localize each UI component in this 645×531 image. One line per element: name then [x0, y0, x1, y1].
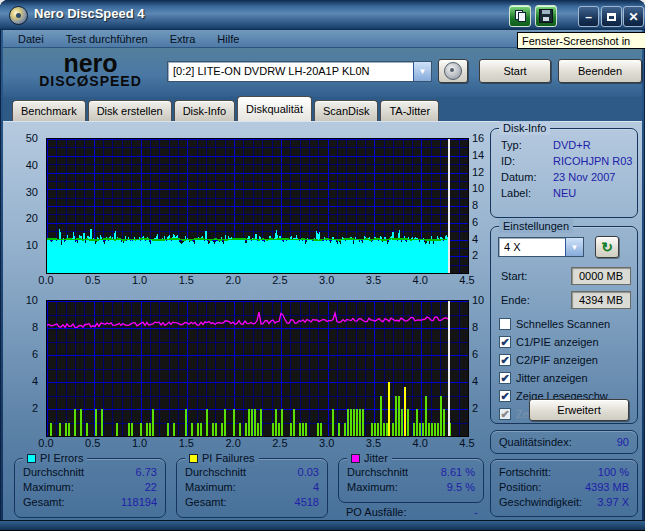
checkbox-c2-pif-anzeigen[interactable]: ✔C2/PIF anzeigen — [499, 353, 598, 367]
tab-scandisk[interactable]: ScanDisk — [314, 100, 378, 121]
jitter-stats-title: Jitter — [364, 451, 388, 465]
disk-info-title: Disk-Info — [499, 121, 550, 135]
po-failures-value: - — [474, 506, 478, 518]
start-field-row: Start: 0000 MB — [501, 267, 631, 285]
axis-tick-label: 4 — [472, 375, 478, 387]
quality-index-value: 90 — [617, 431, 629, 453]
close-button[interactable]: ✕ — [623, 6, 644, 27]
start-field[interactable]: 0000 MB — [571, 267, 631, 285]
tab-diskqualitaet[interactable]: Diskqualität — [237, 96, 312, 121]
axis-tick-label: 6 — [32, 348, 38, 360]
advanced-button[interactable]: Erweitert — [529, 399, 629, 421]
position-value: 4393 MB — [585, 480, 629, 495]
tab-ta-jitter[interactable]: TA-Jitter — [380, 100, 439, 121]
tab-benchmark[interactable]: Benchmark — [12, 100, 86, 121]
axis-tick-label: 10 — [472, 294, 484, 306]
eject-button[interactable] — [438, 59, 468, 83]
axis-tick-label: 10 — [26, 239, 38, 251]
tab-bar: Benchmark Disk erstellen Disk-Info Diskq… — [3, 97, 642, 121]
axis-tick-label: 2.0 — [225, 437, 240, 449]
checkbox-c1-pie-anzeigen[interactable]: ✔C1/PIE anzeigen — [499, 335, 599, 349]
save-screenshot-button[interactable] — [535, 5, 557, 27]
checkbox-icon — [499, 318, 511, 330]
axis-tick-label: 8 — [472, 199, 478, 211]
speed-select-value: 4 X — [499, 238, 565, 256]
minimize-button[interactable]: – — [578, 6, 599, 27]
checkbox-icon: ✔ — [499, 372, 511, 384]
app-window: Nero DiscSpeed 4 – ✕ Datei Test durchfüh… — [0, 0, 645, 531]
disk-info-label: ID: — [501, 155, 553, 167]
speed-label: Geschwindigkeit: — [499, 495, 582, 510]
axis-tick-label: 4.0 — [413, 274, 428, 286]
axis-tick-label: 10 — [26, 294, 38, 306]
disk-info-value: RICOHJPN R03 — [553, 155, 637, 167]
start-button[interactable]: Start — [479, 59, 551, 83]
axis-tick-label: 12 — [472, 166, 484, 178]
quit-button[interactable]: Beenden — [558, 59, 642, 83]
axis-tick-label: 1.5 — [179, 437, 194, 449]
menu-datei[interactable]: Datei — [18, 33, 44, 45]
axis-tick-label: 16 — [472, 132, 484, 144]
settings-title: Einstellungen — [499, 219, 573, 233]
tab-disk-erstellen[interactable]: Disk erstellen — [88, 100, 172, 121]
pi-failures-legend-icon — [189, 454, 198, 463]
copy-screenshot-button[interactable] — [509, 5, 531, 27]
axis-tick-label: 4.5 — [459, 274, 474, 286]
jitter-stats-panel: Jitter Durchschnitt8.61 % Maximum:9.5 % — [338, 458, 484, 503]
axis-tick-label: 2 — [472, 249, 478, 261]
checkbox-icon: ✔ — [499, 336, 511, 348]
axis-tick-label: 1.0 — [132, 437, 147, 449]
app-icon — [9, 6, 28, 25]
checkbox-jitter-anzeigen[interactable]: ✔Jitter anzeigen — [499, 371, 588, 385]
menu-extra[interactable]: Extra — [170, 33, 196, 45]
menu-test-durchfuehren[interactable]: Test durchführen — [66, 33, 148, 45]
quality-index-label: Qualitätsindex: — [499, 431, 572, 453]
axis-tick-label: 3.5 — [366, 437, 381, 449]
disc-icon: Ø — [77, 72, 90, 89]
axis-tick-label: 14 — [472, 149, 484, 161]
axis-tick-label: 4.5 — [459, 437, 474, 449]
close-icon: ✕ — [628, 10, 638, 24]
speed-select[interactable]: 4 X ▼ — [498, 237, 584, 257]
axis-tick-label: 40 — [26, 159, 38, 171]
axis-tick-label: 0.5 — [85, 274, 100, 286]
axis-tick-label: 0.0 — [38, 437, 53, 449]
menu-hilfe[interactable]: Hilfe — [217, 33, 239, 45]
copy-icon — [515, 10, 526, 22]
logo-discspeed-text: DISCØSPEED — [28, 74, 153, 88]
axis-tick-label: 0.5 — [85, 437, 100, 449]
eject-disc-icon — [444, 62, 462, 80]
axis-tick-label: 2.0 — [225, 274, 240, 286]
axis-tick-label: 4.0 — [413, 437, 428, 449]
drive-select[interactable]: [0:2] LITE-ON DVDRW LH-20A1P KL0N ▼ — [167, 61, 432, 82]
progress-value: 100 % — [598, 465, 629, 480]
quality-index-panel: Qualitätsindex: 90 — [490, 430, 638, 454]
axis-tick-label: 6 — [472, 216, 478, 228]
tab-disk-info[interactable]: Disk-Info — [174, 100, 235, 121]
position-label: Position: — [499, 480, 541, 495]
refresh-button[interactable]: ↻ — [595, 236, 619, 258]
nero-logo: nero DISCØSPEED — [28, 52, 153, 88]
axis-tick-label: 10 — [472, 182, 484, 194]
start-field-label: Start: — [501, 270, 527, 282]
settings-panel: Einstellungen 4 X ▼ ↻ Start: 0000 MB End… — [490, 226, 638, 424]
axis-tick-label: 0.0 — [38, 274, 53, 286]
checkbox-schnelles-scannen[interactable]: Schnelles Scannen — [499, 317, 610, 331]
po-failures-label: PO Ausfälle: — [346, 506, 407, 518]
tooltip: Fenster-Screenshot in — [517, 32, 645, 49]
po-failures-row: PO Ausfälle: - — [346, 506, 478, 518]
axis-tick-label: 8 — [472, 321, 478, 333]
pi-errors-x-axis: 0.00.51.01.52.02.53.03.54.04.5 — [46, 274, 467, 287]
axis-tick-label: 2.5 — [272, 437, 287, 449]
maximize-button[interactable] — [601, 6, 622, 27]
axis-tick-label: 1.0 — [132, 274, 147, 286]
chevron-down-icon[interactable]: ▼ — [565, 238, 583, 256]
end-field-row: Ende: 4394 MB — [501, 291, 631, 309]
axis-tick-label: 3.0 — [319, 437, 334, 449]
disk-info-label: Label: — [501, 187, 553, 199]
checkbox-icon: ✔ — [499, 354, 511, 366]
end-field[interactable]: 4394 MB — [571, 291, 631, 309]
chevron-down-icon[interactable]: ▼ — [413, 62, 431, 81]
pi-failures-stats-panel: PI Failures Durchschnitt0.03 Maximum:4 G… — [176, 458, 328, 518]
minimize-icon: – — [585, 10, 592, 24]
